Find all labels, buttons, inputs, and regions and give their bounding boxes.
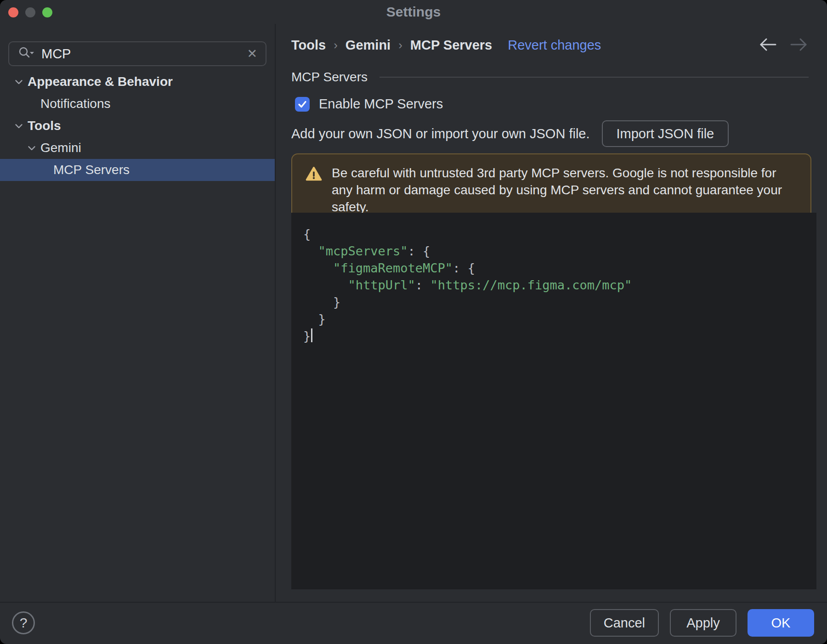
settings-sidebar: MCP ✕ Appearance & BehaviorNotifications…	[0, 24, 276, 602]
chevron-down-icon[interactable]	[13, 120, 28, 132]
breadcrumb-separator: ›	[334, 38, 338, 52]
sidebar-item-tools[interactable]: Tools	[0, 115, 275, 137]
sidebar-item-label: Notifications	[40, 96, 111, 111]
code-punct-token	[303, 244, 318, 258]
cancel-button[interactable]: Cancel	[590, 609, 659, 637]
chevron-down-icon[interactable]	[26, 142, 40, 154]
code-line: }	[303, 294, 816, 311]
settings-content: Tools›Gemini›MCP Servers Revert changes	[276, 24, 827, 602]
apply-button[interactable]: Apply	[670, 609, 736, 637]
traffic-lights	[8, 7, 52, 17]
code-line: "httpUrl": "https://mcp.figma.com/mcp"	[303, 277, 816, 294]
code-punct-token: : {	[408, 244, 430, 258]
code-line: "mcpServers": {	[303, 243, 816, 260]
code-string-token: "https://mcp.figma.com/mcp"	[430, 278, 632, 292]
checkmark-icon	[297, 99, 308, 110]
code-string-token: "mcpServers"	[318, 244, 408, 258]
code-line: }	[303, 328, 816, 345]
code-line: }	[303, 311, 816, 328]
help-button[interactable]: ?	[12, 611, 35, 634]
enable-mcp-row: Enable MCP Servers	[295, 96, 443, 112]
code-line: "figmaRemoteMCP": {	[303, 260, 816, 277]
search-value: MCP	[41, 46, 247, 62]
enable-mcp-checkbox[interactable]	[295, 97, 310, 112]
code-punct-token	[303, 278, 348, 292]
breadcrumb-item-tools[interactable]: Tools	[291, 38, 326, 53]
question-mark-icon: ?	[20, 615, 28, 631]
import-json-button[interactable]: Import JSON file	[602, 120, 729, 147]
title-bar: Settings	[0, 0, 827, 24]
code-punct-token: : {	[453, 261, 475, 275]
code-string-token: "figmaRemoteMCP"	[333, 261, 453, 275]
sidebar-item-label: Gemini	[40, 141, 81, 155]
settings-tree: Appearance & BehaviorNotificationsToolsG…	[0, 71, 275, 181]
code-punct-token: }	[303, 312, 326, 326]
section-divider	[380, 77, 809, 78]
warning-icon	[305, 166, 323, 215]
section-title: MCP Servers	[291, 70, 368, 85]
code-punct-token: }	[303, 295, 340, 309]
search-input[interactable]: MCP ✕	[8, 41, 266, 66]
breadcrumb-item-mcp-servers[interactable]: MCP Servers	[410, 38, 492, 53]
history-nav	[757, 37, 810, 54]
settings-window: Settings MCP ✕ Appearance & BehaviorNoti…	[0, 0, 827, 644]
window-title: Settings	[0, 0, 827, 24]
breadcrumb-separator: ›	[398, 38, 402, 52]
code-punct-token	[303, 261, 333, 275]
close-window-button[interactable]	[8, 7, 18, 17]
sidebar-item-label: Appearance & Behavior	[28, 74, 173, 89]
back-arrow-icon[interactable]	[757, 37, 777, 54]
warning-text: Be careful with untrusted 3rd party MCP …	[332, 164, 794, 215]
dialog-footer: ? Cancel Apply OK	[0, 602, 827, 644]
sidebar-item-label: MCP Servers	[53, 163, 130, 177]
sidebar-item-label: Tools	[28, 119, 61, 133]
sidebar-item-mcp-servers[interactable]: MCP Servers	[0, 159, 275, 181]
sidebar-item-notifications[interactable]: Notifications	[0, 93, 275, 115]
code-line: {	[303, 226, 816, 243]
breadcrumb: Tools›Gemini›MCP Servers Revert changes	[291, 35, 601, 55]
ok-button[interactable]: OK	[748, 609, 814, 637]
section-header: MCP Servers	[291, 68, 809, 86]
search-icon[interactable]	[17, 46, 35, 62]
minimize-window-button[interactable]	[25, 7, 35, 17]
clear-search-icon[interactable]: ✕	[247, 46, 257, 61]
code-punct-token: }	[303, 329, 311, 343]
text-caret	[311, 328, 312, 342]
breadcrumb-item-gemini[interactable]: Gemini	[346, 38, 391, 53]
code-punct-token: {	[303, 227, 311, 241]
add-json-row: Add your own JSON or import your own JSO…	[291, 119, 729, 148]
json-editor[interactable]: { "mcpServers": { "figmaRemoteMCP": { "h…	[291, 213, 816, 589]
add-json-text: Add your own JSON or import your own JSO…	[291, 126, 590, 141]
forward-arrow-icon[interactable]	[789, 37, 810, 54]
sidebar-item-appearance-behavior[interactable]: Appearance & Behavior	[0, 71, 275, 93]
code-string-token: "httpUrl"	[348, 278, 415, 292]
code-punct-token: :	[415, 278, 430, 292]
enable-mcp-label: Enable MCP Servers	[319, 96, 443, 112]
zoom-window-button[interactable]	[42, 7, 52, 17]
revert-changes-link[interactable]: Revert changes	[508, 38, 601, 53]
sidebar-item-gemini[interactable]: Gemini	[0, 137, 275, 159]
chevron-down-icon[interactable]	[13, 76, 28, 88]
